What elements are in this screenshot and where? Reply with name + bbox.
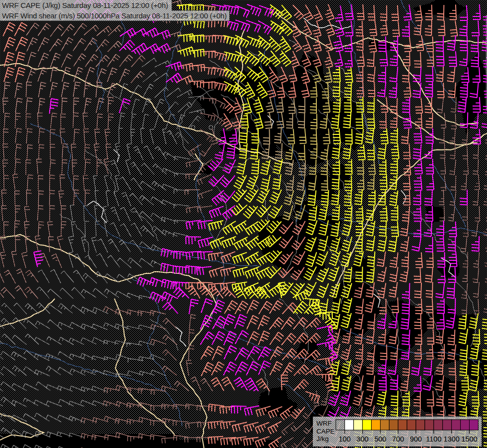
svg-text:900: 900 (410, 435, 422, 443)
svg-text:1500: 1500 (461, 435, 477, 443)
svg-text:700: 700 (392, 435, 404, 443)
svg-text:300: 300 (357, 435, 369, 443)
svg-text:WRF Wind shear (m/s) 500/1000h: WRF Wind shear (m/s) 500/1000hPa Saturda… (2, 11, 227, 20)
svg-text:WRF: WRF (316, 420, 332, 427)
svg-text:500: 500 (374, 435, 386, 443)
svg-text:1100: 1100 (426, 435, 441, 443)
svg-text:WRF CAPE (J/kg) Saturday 08-11: WRF CAPE (J/kg) Saturday 08-11-2025 12:0… (2, 1, 168, 9)
svg-text:CAPE: CAPE (316, 428, 335, 435)
svg-text:100: 100 (339, 435, 351, 443)
svg-text:J/kg: J/kg (316, 435, 329, 443)
svg-text:1300: 1300 (444, 435, 460, 443)
